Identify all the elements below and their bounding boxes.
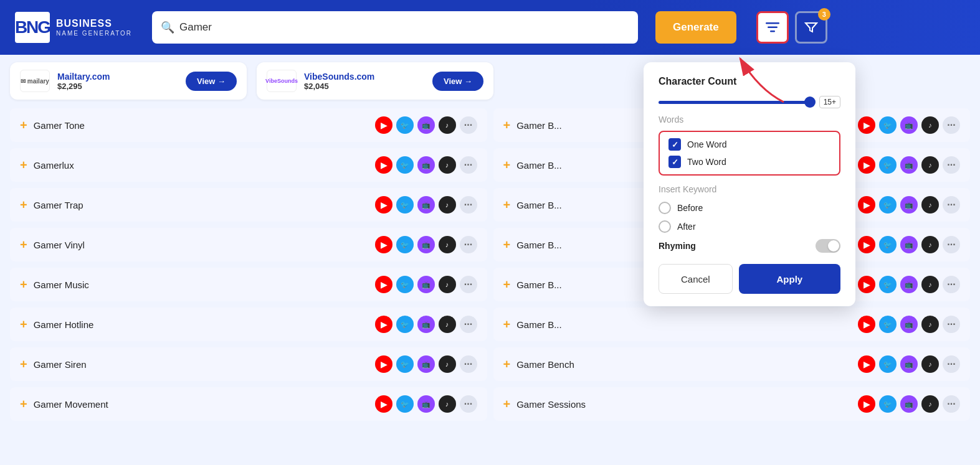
advanced-filter-button[interactable]: 3 bbox=[795, 11, 827, 44]
add-icon-5[interactable]: + bbox=[503, 199, 511, 211]
more-icon-8[interactable]: ··· bbox=[460, 276, 477, 293]
youtube-icon-6[interactable]: ▶ bbox=[375, 236, 392, 253]
more-icon-9[interactable]: ··· bbox=[943, 276, 960, 293]
twitch-icon-1[interactable]: 📺 bbox=[900, 116, 918, 134]
add-icon-13[interactable]: + bbox=[503, 358, 511, 370]
more-icon-2[interactable]: ··· bbox=[460, 156, 477, 174]
add-icon-7[interactable]: + bbox=[503, 238, 511, 251]
twitter-icon-9[interactable]: 🐦 bbox=[879, 276, 897, 293]
youtube-icon-11[interactable]: ▶ bbox=[858, 316, 875, 333]
twitter-icon-11[interactable]: 🐦 bbox=[879, 316, 897, 333]
add-icon-2[interactable]: + bbox=[20, 159, 27, 171]
youtube-icon-1[interactable]: ▶ bbox=[858, 116, 875, 134]
tiktok-icon-4[interactable]: ♪ bbox=[439, 196, 456, 214]
twitch-icon-11[interactable]: 📺 bbox=[900, 316, 918, 333]
more-icon-15[interactable]: ··· bbox=[943, 395, 960, 413]
youtube-icon-9[interactable]: ▶ bbox=[858, 276, 875, 293]
twitter-icon-3[interactable]: 🐦 bbox=[879, 156, 897, 174]
more-icon-4[interactable]: ··· bbox=[460, 196, 477, 214]
youtube-icon-13[interactable]: ▶ bbox=[858, 355, 875, 373]
cancel-button[interactable]: Cancel bbox=[659, 264, 733, 294]
search-input[interactable] bbox=[152, 11, 638, 44]
add-icon-11[interactable]: + bbox=[503, 318, 511, 331]
twitch-icon-5[interactable]: 📺 bbox=[900, 196, 918, 214]
rhyming-toggle[interactable] bbox=[816, 239, 840, 253]
youtube-icon-5[interactable]: ▶ bbox=[858, 196, 875, 214]
twitter-icon-7[interactable]: 🐦 bbox=[879, 236, 897, 253]
twitter-icon-4[interactable]: 🐦 bbox=[396, 196, 414, 214]
tiktok-icon-9[interactable]: ♪ bbox=[921, 276, 939, 293]
add-icon-9[interactable]: + bbox=[503, 278, 511, 291]
youtube-icon-8[interactable]: ▶ bbox=[375, 276, 392, 293]
twitch-icon-2[interactable]: 📺 bbox=[417, 156, 435, 174]
twitter-icon-2[interactable]: 🐦 bbox=[396, 156, 414, 174]
twitch-icon-12[interactable]: 📺 bbox=[417, 355, 435, 373]
view-button-0[interactable]: View → bbox=[186, 72, 237, 91]
more-icon-14[interactable]: ··· bbox=[460, 395, 477, 413]
slider-thumb[interactable] bbox=[804, 96, 816, 108]
twitch-icon-6[interactable]: 📺 bbox=[417, 236, 435, 253]
more-icon-10[interactable]: ··· bbox=[460, 316, 477, 333]
more-icon-6[interactable]: ··· bbox=[460, 236, 477, 253]
more-icon-12[interactable]: ··· bbox=[460, 355, 477, 373]
before-radio[interactable] bbox=[659, 202, 671, 214]
more-icon-0[interactable]: ··· bbox=[460, 116, 477, 134]
more-icon-5[interactable]: ··· bbox=[943, 196, 960, 214]
more-icon-11[interactable]: ··· bbox=[943, 316, 960, 333]
youtube-icon-2[interactable]: ▶ bbox=[375, 156, 392, 174]
tiktok-icon-3[interactable]: ♪ bbox=[921, 156, 939, 174]
add-icon-8[interactable]: + bbox=[20, 278, 27, 291]
youtube-icon-15[interactable]: ▶ bbox=[858, 395, 875, 413]
apply-button[interactable]: Apply bbox=[739, 264, 840, 294]
twitch-icon-0[interactable]: 📺 bbox=[417, 116, 435, 134]
tiktok-icon-15[interactable]: ♪ bbox=[921, 395, 939, 413]
more-icon-13[interactable]: ··· bbox=[943, 355, 960, 373]
sort-filter-button[interactable] bbox=[756, 11, 789, 44]
twitter-icon-12[interactable]: 🐦 bbox=[396, 355, 414, 373]
twitch-icon-7[interactable]: 📺 bbox=[900, 236, 918, 253]
twitch-icon-3[interactable]: 📺 bbox=[900, 156, 918, 174]
tiktok-icon-11[interactable]: ♪ bbox=[921, 316, 939, 333]
youtube-icon-14[interactable]: ▶ bbox=[375, 395, 392, 413]
generate-button[interactable]: Generate bbox=[655, 11, 736, 44]
twitter-icon-0[interactable]: 🐦 bbox=[396, 116, 414, 134]
twitch-icon-4[interactable]: 📺 bbox=[417, 196, 435, 214]
twitch-icon-8[interactable]: 📺 bbox=[417, 276, 435, 293]
more-icon-7[interactable]: ··· bbox=[943, 236, 960, 253]
two-word-checkbox[interactable]: ✓ bbox=[668, 156, 681, 168]
twitter-icon-1[interactable]: 🐦 bbox=[879, 116, 897, 134]
add-icon-0[interactable]: + bbox=[20, 119, 27, 131]
twitter-icon-8[interactable]: 🐦 bbox=[396, 276, 414, 293]
twitter-icon-13[interactable]: 🐦 bbox=[879, 355, 897, 373]
add-icon-15[interactable]: + bbox=[503, 398, 511, 410]
add-icon-4[interactable]: + bbox=[20, 199, 27, 211]
tiktok-icon-8[interactable]: ♪ bbox=[439, 276, 456, 293]
tiktok-icon-12[interactable]: ♪ bbox=[439, 355, 456, 373]
tiktok-icon-14[interactable]: ♪ bbox=[439, 395, 456, 413]
twitch-icon-9[interactable]: 📺 bbox=[900, 276, 918, 293]
twitter-icon-6[interactable]: 🐦 bbox=[396, 236, 414, 253]
youtube-icon-10[interactable]: ▶ bbox=[375, 316, 392, 333]
twitch-icon-13[interactable]: 📺 bbox=[900, 355, 918, 373]
tiktok-icon-0[interactable]: ♪ bbox=[439, 116, 456, 134]
one-word-checkbox[interactable]: ✓ bbox=[668, 138, 681, 151]
youtube-icon-3[interactable]: ▶ bbox=[858, 156, 875, 174]
add-icon-6[interactable]: + bbox=[20, 238, 27, 251]
twitter-icon-5[interactable]: 🐦 bbox=[879, 196, 897, 214]
after-radio[interactable] bbox=[659, 220, 671, 233]
tiktok-icon-1[interactable]: ♪ bbox=[921, 116, 939, 134]
more-icon-1[interactable]: ··· bbox=[943, 116, 960, 134]
youtube-icon-0[interactable]: ▶ bbox=[375, 116, 392, 134]
tiktok-icon-2[interactable]: ♪ bbox=[439, 156, 456, 174]
view-button-1[interactable]: View → bbox=[432, 72, 483, 91]
twitter-icon-10[interactable]: 🐦 bbox=[396, 316, 414, 333]
twitch-icon-10[interactable]: 📺 bbox=[417, 316, 435, 333]
twitch-icon-14[interactable]: 📺 bbox=[417, 395, 435, 413]
add-icon-12[interactable]: + bbox=[20, 358, 27, 370]
tiktok-icon-6[interactable]: ♪ bbox=[439, 236, 456, 253]
twitch-icon-15[interactable]: 📺 bbox=[900, 395, 918, 413]
add-icon-1[interactable]: + bbox=[503, 119, 511, 131]
twitter-icon-15[interactable]: 🐦 bbox=[879, 395, 897, 413]
tiktok-icon-13[interactable]: ♪ bbox=[921, 355, 939, 373]
youtube-icon-4[interactable]: ▶ bbox=[375, 196, 392, 214]
